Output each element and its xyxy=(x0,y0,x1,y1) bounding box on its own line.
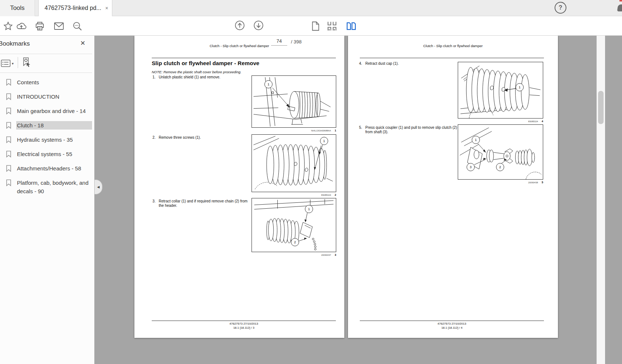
bookmarks-panel-title: Bookmarks xyxy=(0,40,30,47)
email-icon[interactable] xyxy=(54,21,64,31)
bookmark-item-label: INTRODUCTION xyxy=(16,92,92,101)
figure-quick-coupler: 1 2 3 xyxy=(458,124,543,180)
tab-document-label: 47627573-linked pd... xyxy=(45,5,102,11)
callout-1: 1 xyxy=(516,83,524,91)
page-running-header: Clutch - Slip clutch or flywheel damper xyxy=(134,44,344,48)
bookmark-flag-icon xyxy=(6,92,16,102)
pdf-toolbar: / 398 xyxy=(0,16,622,36)
callout-2: 2 xyxy=(291,238,299,246)
note-text: NOTE: Remove the plastic shaft cover bef… xyxy=(152,70,241,74)
callout-1: 1 xyxy=(472,136,480,144)
footer-page-ref: 18.1 [18.112] / 3 xyxy=(152,326,336,329)
figure-ref: NHIL13GH00688AA xyxy=(311,130,331,132)
edge-artifact xyxy=(619,0,622,1)
favorites-star-icon[interactable] xyxy=(3,21,13,31)
tab-bar: Tools 47627573-linked pd... × ? xyxy=(0,0,622,16)
two-page-view-icon[interactable] xyxy=(346,21,356,31)
panel-toolbar-divider xyxy=(18,57,18,68)
bookmarks-options-button[interactable]: ▾ xyxy=(1,57,14,70)
single-page-view-icon[interactable] xyxy=(310,21,321,31)
pdf-page-right: Clutch - Slip clutch or flywheel damper … xyxy=(348,36,558,338)
continuous-view-icon[interactable] xyxy=(327,21,337,31)
header-rule xyxy=(152,58,336,58)
step-text: Unlatch plastic shield (1) and remove. xyxy=(159,75,252,79)
partial-edge-icon xyxy=(617,4,622,11)
zoom-search-icon[interactable] xyxy=(72,21,82,31)
footer-rule xyxy=(360,321,544,321)
bookmark-item-label: Main gearbox and drive - 14 xyxy=(16,107,92,115)
footer-doc-id: 47627573 27/10/2013 xyxy=(360,322,544,325)
tab-document[interactable]: 47627573-linked pd... × xyxy=(38,0,112,16)
locate-bookmark-button[interactable] xyxy=(21,57,31,69)
bookmark-flag-icon xyxy=(6,135,16,145)
bookmark-item-clutch[interactable]: Clutch - 18 xyxy=(0,119,92,133)
tab-close-icon[interactable]: × xyxy=(105,5,108,11)
bookmark-item-main-gearbox[interactable]: Main gearbox and drive - 14 xyxy=(0,104,92,119)
figure-number: 1 xyxy=(335,129,336,132)
locate-bookmark-icon xyxy=(21,57,31,67)
footer-page-ref: 18.1 [18.112] / 4 xyxy=(360,326,544,329)
bookmark-flag-icon xyxy=(6,179,16,188)
tab-tools[interactable]: Tools xyxy=(0,0,35,16)
bookmarks-list: Contents INTRODUCTION Main gearbox and d… xyxy=(0,75,92,198)
page-total-label: / 398 xyxy=(291,39,302,45)
figure-number: 2 xyxy=(335,193,336,197)
figure-drawing xyxy=(458,62,543,118)
bookmark-flag-icon xyxy=(6,121,16,130)
bookmark-item-hydraulic[interactable]: Hydraulic systems - 35 xyxy=(0,133,92,147)
bookmark-item-label: Clutch - 18 xyxy=(16,121,92,130)
print-icon[interactable] xyxy=(35,21,45,31)
step-number: 4. xyxy=(359,61,365,66)
bookmark-item-attachments[interactable]: Attachments/Headers - 58 xyxy=(0,162,92,176)
step-text: Remove three screws (1). xyxy=(159,135,252,140)
step-number: 3. xyxy=(152,199,159,208)
figure-ref: 20090437 xyxy=(321,254,331,256)
callout-1: 1 xyxy=(320,137,328,145)
figure-number: 5 xyxy=(542,181,543,184)
panel-divider xyxy=(0,54,92,54)
callout-1: 1 xyxy=(305,205,313,213)
bookmarks-close-icon[interactable]: ✕ xyxy=(80,39,85,47)
bookmark-item-electrical[interactable]: Electrical systems - 55 xyxy=(0,147,92,162)
callout-1: 1 xyxy=(264,80,273,88)
footer-doc-id: 47627573 27/10/2013 xyxy=(152,322,336,325)
panel-divider xyxy=(0,73,92,73)
tab-tools-label: Tools xyxy=(10,4,25,12)
callout-3: 3 xyxy=(467,163,475,171)
figure-collar-chain: 1 2 xyxy=(252,198,336,252)
collapse-arrow-icon: ◀ xyxy=(97,185,100,189)
step-text: Retract dust cap (1). xyxy=(365,61,458,66)
vertical-scrollbar[interactable] xyxy=(597,36,605,364)
bookmark-flag-icon xyxy=(6,107,16,116)
step-number: 2. xyxy=(152,135,159,140)
figure-ref: 83085324 xyxy=(321,194,331,196)
page-running-header: Clutch - Slip clutch or flywheel damper xyxy=(348,44,558,48)
bookmark-item-introduction[interactable]: INTRODUCTION xyxy=(0,90,92,104)
bookmark-item-label: Platform, cab, bodywork, and decals - 90 xyxy=(16,179,92,195)
bookmark-item-contents[interactable]: Contents xyxy=(0,75,92,90)
cloud-upload-icon[interactable] xyxy=(16,21,27,31)
bookmark-flag-icon xyxy=(6,164,16,173)
figure-plastic-shield: 1 xyxy=(252,75,336,128)
chevron-down-icon: ▾ xyxy=(12,61,14,66)
bookmark-item-label: Electrical systems - 55 xyxy=(16,150,92,158)
page-down-icon[interactable] xyxy=(253,20,264,31)
bookmark-item-platform[interactable]: Platform, cab, bodywork, and decals - 90 xyxy=(0,176,92,198)
figure-ref: 83085324 xyxy=(528,120,538,123)
step-number: 5. xyxy=(359,126,365,134)
footer-rule xyxy=(152,321,336,321)
step-text: Press quick coupler (1) and pull to remo… xyxy=(365,126,458,134)
header-rule xyxy=(360,58,544,58)
help-glyph: ? xyxy=(559,4,562,11)
page-up-icon[interactable] xyxy=(235,20,245,31)
help-icon[interactable]: ? xyxy=(555,2,566,14)
bookmark-list-icon xyxy=(1,59,11,68)
bookmark-item-label: Hydraulic systems - 35 xyxy=(16,135,92,144)
scrollbar-thumb[interactable] xyxy=(598,91,604,124)
bookmark-item-label: Contents xyxy=(16,78,92,86)
page-number-input[interactable] xyxy=(271,37,287,46)
bookmark-flag-icon xyxy=(6,150,16,159)
section-title: Slip clutch or flywheel damper - Remove xyxy=(152,60,259,66)
figure-number: 3 xyxy=(335,253,336,257)
figure-three-screws: 1 xyxy=(252,134,336,192)
